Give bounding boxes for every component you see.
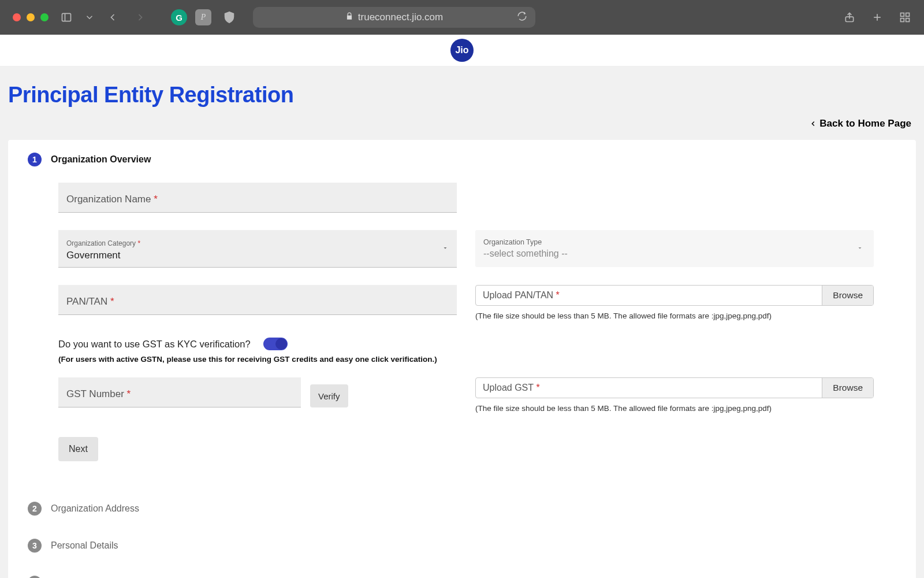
upload-gst-browse-button[interactable]: Browse (822, 378, 873, 398)
tab-overview-icon[interactable] (895, 8, 915, 27)
upload-gst-helper: (The file size should be less than 5 MB.… (475, 404, 874, 413)
pan-tan-label: PAN/TAN * (66, 296, 449, 307)
step-3-header[interactable]: 3 Personal Details (28, 539, 904, 553)
nav-back-icon[interactable] (103, 8, 122, 27)
org-category-label: Organization Category * (66, 239, 449, 247)
step-2-header[interactable]: 2 Organization Address (28, 502, 904, 516)
org-type-label: Organization Type (483, 238, 866, 246)
step-2-label: Organization Address (51, 503, 139, 514)
grammarly-extension-icon[interactable]: G (171, 9, 187, 25)
window-close[interactable] (13, 13, 21, 21)
upload-pan-browse-button[interactable]: Browse (822, 286, 873, 305)
lock-icon (345, 12, 353, 23)
window-minimize[interactable] (27, 13, 35, 21)
toggle-knob (275, 338, 287, 350)
brand-header: Jio (0, 35, 924, 66)
step-4-header[interactable]: 4 Final check (28, 576, 904, 578)
page-header: Principal Entity Registration Back to Ho… (0, 66, 924, 140)
pan-tan-field[interactable]: PAN/TAN * (58, 285, 457, 315)
browser-chrome: G P trueconnect.jio.com (0, 0, 924, 35)
org-category-value: Government (66, 250, 449, 261)
svg-rect-6 (906, 13, 910, 17)
org-type-select[interactable]: Organization Type --select something -- (475, 230, 874, 267)
gst-kyc-row: Do you want to use GST as KYC verificati… (58, 338, 904, 350)
chevron-left-icon (809, 120, 817, 128)
back-to-home-link[interactable]: Back to Home Page (809, 118, 911, 129)
jio-logo[interactable]: Jio (450, 39, 474, 62)
gst-kyc-note: (For users with active GSTN, please use … (58, 355, 904, 364)
step-2-number: 2 (28, 502, 42, 516)
org-name-field[interactable]: Organization Name * (58, 183, 457, 213)
next-button[interactable]: Next (58, 437, 98, 461)
org-type-placeholder: --select something -- (483, 249, 866, 259)
svg-rect-5 (901, 13, 904, 17)
step-3-number: 3 (28, 539, 42, 553)
svg-rect-0 (62, 13, 71, 21)
back-to-home-label: Back to Home Page (819, 118, 911, 129)
chevron-down-icon (442, 243, 449, 254)
step-1-label: Organization Overview (51, 154, 151, 165)
gst-kyc-question: Do you want to use GST as KYC verificati… (58, 339, 251, 350)
upload-gst-placeholder[interactable]: Upload GST * (476, 378, 822, 398)
svg-rect-7 (901, 18, 904, 22)
window-maximize[interactable] (40, 13, 49, 21)
registration-card: 1 Organization Overview Organization Nam… (8, 140, 916, 578)
org-name-label: Organization Name * (66, 194, 449, 205)
step-1-body: Organization Name * Organization Categor… (35, 172, 904, 479)
sidebar-toggle-icon[interactable] (57, 8, 76, 27)
address-bar[interactable]: trueconnect.jio.com (253, 7, 535, 28)
nav-forward-icon (131, 8, 150, 27)
chevron-down-icon (856, 243, 863, 254)
org-category-select[interactable]: Organization Category * Government (58, 230, 457, 268)
upload-pan-placeholder[interactable]: Upload PAN/TAN * (476, 286, 822, 305)
content-area: 1 Organization Overview Organization Nam… (0, 140, 924, 578)
verify-button[interactable]: Verify (310, 384, 348, 407)
step-3-label: Personal Details (51, 540, 118, 551)
gst-number-label: GST Number * (66, 388, 293, 400)
gst-kyc-toggle[interactable] (263, 338, 288, 350)
extension-icon[interactable]: P (195, 9, 211, 25)
window-controls (13, 13, 49, 21)
privacy-shield-icon[interactable] (219, 8, 239, 27)
page-title: Principal Entity Registration (8, 83, 916, 108)
gst-number-field[interactable]: GST Number * (58, 377, 301, 407)
step-1-number: 1 (28, 153, 42, 166)
upload-pan-row: Upload PAN/TAN * Browse (475, 285, 874, 306)
upload-pan-helper: (The file size should be less than 5 MB.… (475, 312, 874, 320)
reload-icon[interactable] (517, 11, 527, 24)
upload-gst-row: Upload GST * Browse (475, 377, 874, 398)
share-icon[interactable] (840, 8, 859, 27)
step-1-header[interactable]: 1 Organization Overview (28, 153, 904, 166)
url-text: trueconnect.jio.com (358, 12, 443, 23)
chevron-down-icon[interactable] (84, 8, 95, 27)
new-tab-icon[interactable] (867, 8, 887, 27)
step-4-number: 4 (28, 576, 42, 578)
svg-rect-8 (906, 18, 910, 22)
